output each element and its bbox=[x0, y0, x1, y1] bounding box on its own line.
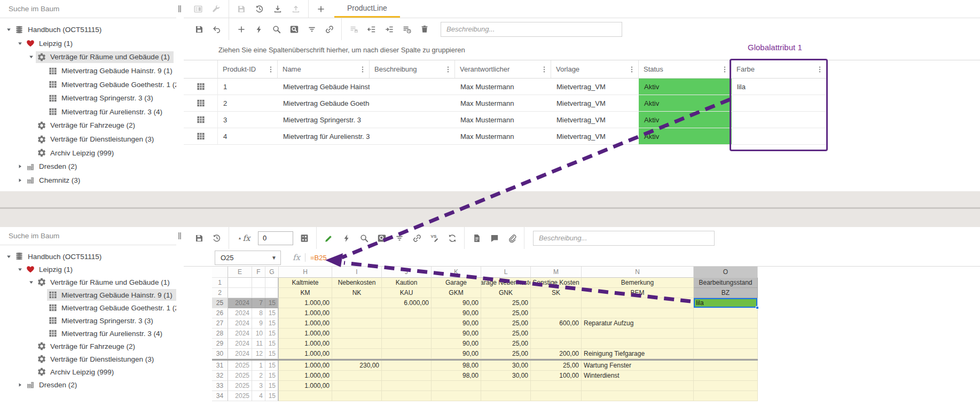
undo-button[interactable] bbox=[208, 20, 225, 38]
cell[interactable] bbox=[228, 288, 252, 298]
cell[interactable]: 15 bbox=[265, 371, 279, 381]
expander-open-icon[interactable] bbox=[15, 39, 25, 48]
save-button[interactable] bbox=[190, 229, 208, 247]
cell[interactable] bbox=[694, 391, 758, 401]
column-letter-K[interactable]: K bbox=[432, 267, 481, 278]
cell[interactable]: 25,00 bbox=[481, 349, 531, 359]
tree-item[interactable]: Verträge für Dienstleistungen (3) bbox=[0, 132, 176, 146]
tree-item[interactable]: Verträge für Räume und Gebäude (1) bbox=[0, 276, 176, 288]
cell[interactable]: 15 bbox=[265, 298, 279, 308]
cell[interactable] bbox=[582, 308, 694, 318]
trash-button[interactable] bbox=[415, 20, 433, 38]
cell-verantwortlicher[interactable]: Max Mustermann bbox=[455, 128, 551, 145]
cell-beschreibung[interactable] bbox=[370, 112, 455, 128]
panel-button[interactable] bbox=[189, 0, 207, 18]
row-number[interactable]: 31 bbox=[212, 361, 228, 371]
column-header[interactable]: Farbe bbox=[732, 60, 827, 79]
attribute-name-cell[interactable]: Kaltmiete bbox=[279, 278, 332, 288]
cell-farbe[interactable] bbox=[732, 95, 827, 112]
cell[interactable] bbox=[531, 308, 582, 318]
cell[interactable]: 25,00 bbox=[481, 318, 531, 329]
expander-closed-icon[interactable] bbox=[15, 176, 25, 184]
attribute-name-cell[interactable]: Sonstige Kosten bbox=[531, 278, 582, 288]
cell[interactable]: 1.000,00 bbox=[279, 361, 332, 371]
tree-item[interactable]: Mietvertrag Springerstr. 3 (3) bbox=[0, 91, 176, 105]
tree-search-input[interactable] bbox=[9, 232, 158, 240]
attribute-name-cell[interactable]: Bemerkung bbox=[582, 278, 694, 288]
cell-farbe[interactable]: lila bbox=[732, 79, 827, 95]
cell[interactable]: 2024 bbox=[228, 298, 252, 308]
formula-fx-button[interactable]: ▲fx bbox=[232, 229, 256, 247]
cell[interactable]: 25,00 bbox=[481, 329, 531, 339]
filter-button[interactable] bbox=[390, 229, 408, 247]
cell[interactable]: 2024 bbox=[228, 339, 252, 349]
cell[interactable]: 2025 bbox=[228, 391, 252, 401]
row-number[interactable]: 28 bbox=[212, 329, 228, 339]
save-button[interactable] bbox=[190, 20, 208, 38]
history-button[interactable] bbox=[250, 0, 269, 18]
cell[interactable]: 9 bbox=[252, 318, 265, 329]
cell[interactable]: 90,00 bbox=[432, 329, 481, 339]
tree-item[interactable]: Mietvertrag Gebäude Goethestr. 1 (2) bbox=[0, 301, 176, 314]
cell[interactable]: 12 bbox=[252, 349, 265, 359]
column-letter-M[interactable]: M bbox=[531, 267, 582, 278]
group-by-bar[interactable]: Ziehen Sie eine Spaltenüberschrift hierh… bbox=[184, 40, 980, 60]
cell[interactable] bbox=[432, 381, 481, 391]
column-header[interactable]: Status bbox=[639, 60, 732, 79]
cell[interactable] bbox=[694, 381, 758, 391]
cell[interactable] bbox=[531, 298, 582, 308]
column-letter-F[interactable]: F bbox=[252, 267, 265, 278]
plus-button[interactable] bbox=[232, 20, 250, 38]
cell[interactable]: 10 bbox=[252, 329, 265, 339]
cell[interactable] bbox=[332, 391, 382, 401]
tree-item[interactable]: Mietvertrag für Aurelienstr. 3 (4) bbox=[0, 105, 176, 119]
cell[interactable]: 90,00 bbox=[432, 308, 481, 318]
tree-item[interactable]: Handbuch (OCT51115) bbox=[0, 23, 176, 37]
tree-search-input[interactable] bbox=[9, 5, 158, 13]
cell[interactable]: 15 bbox=[265, 329, 279, 339]
formula-input[interactable]: =B25 bbox=[310, 254, 327, 262]
attribute-code-cell[interactable]: SK bbox=[531, 288, 582, 298]
cell[interactable]: 8 bbox=[252, 308, 265, 318]
cell[interactable]: 2024 bbox=[228, 318, 252, 329]
cell[interactable]: 90,00 bbox=[432, 318, 481, 329]
cell[interactable]: 98,00 bbox=[432, 361, 481, 371]
row-number[interactable]: 25 bbox=[212, 298, 228, 308]
cell[interactable]: Wartung Fenster bbox=[582, 361, 694, 371]
attribute-code-cell[interactable]: GNK bbox=[481, 288, 531, 298]
tree-item[interactable]: Archiv Leipzig (999) bbox=[0, 146, 176, 160]
cell[interactable] bbox=[694, 349, 758, 359]
tree-item[interactable]: Mietvertrag Gebäude Hainstr. 9 (1) bbox=[0, 288, 176, 301]
upload-button[interactable] bbox=[287, 0, 305, 18]
attribute-name-cell[interactable]: Garage Nebenkosten bbox=[481, 278, 531, 288]
attribute-code-cell[interactable]: NK bbox=[332, 288, 382, 298]
row-number[interactable]: 33 bbox=[212, 381, 228, 391]
cell[interactable]: 90,00 bbox=[432, 339, 481, 349]
attribute-code-cell[interactable]: KAU bbox=[382, 288, 432, 298]
cell[interactable] bbox=[531, 381, 582, 391]
cell[interactable] bbox=[694, 318, 758, 329]
cell[interactable]: 98,00 bbox=[432, 371, 481, 381]
row-number[interactable]: 32 bbox=[212, 371, 228, 381]
cell[interactable]: 15 bbox=[265, 381, 279, 391]
cell[interactable]: 2025 bbox=[228, 361, 252, 371]
search-box-button[interactable] bbox=[373, 229, 390, 247]
cell-name[interactable]: Mietvertrag Gebäude Hainstr. 9 bbox=[278, 79, 370, 95]
attribute-name-cell[interactable]: Kaution bbox=[382, 278, 432, 288]
cell[interactable] bbox=[228, 278, 252, 288]
cell-verantwortlicher[interactable]: Max Mustermann bbox=[455, 79, 551, 95]
cell[interactable] bbox=[382, 371, 432, 381]
cell-status[interactable]: Aktiv bbox=[639, 128, 732, 145]
cell[interactable]: 25,00 bbox=[481, 339, 531, 349]
column-letter-I[interactable]: I bbox=[332, 267, 382, 278]
cell[interactable] bbox=[481, 381, 531, 391]
rows-history-button[interactable] bbox=[398, 20, 415, 38]
column-menu-icon[interactable] bbox=[358, 65, 367, 74]
cell-produkt-id[interactable]: 1 bbox=[218, 79, 278, 95]
cell-beschreibung[interactable] bbox=[370, 95, 455, 112]
cell[interactable] bbox=[531, 391, 582, 401]
bolt-button[interactable] bbox=[250, 20, 268, 38]
cell[interactable] bbox=[332, 308, 382, 318]
cell-farbe[interactable] bbox=[732, 128, 827, 145]
cell[interactable]: 1.000,00 bbox=[279, 381, 332, 391]
